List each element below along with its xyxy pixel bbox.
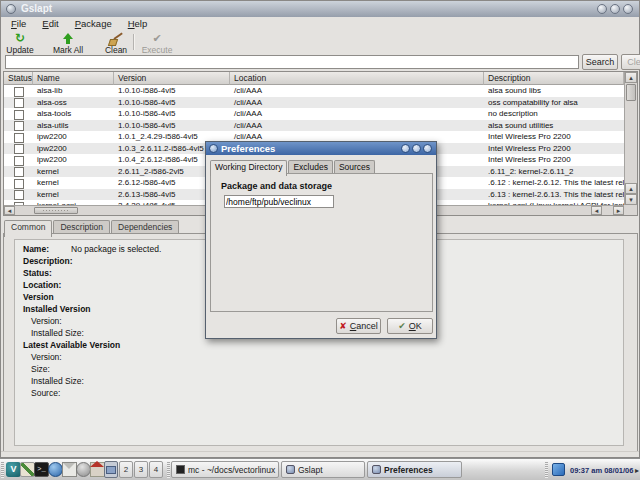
package-checkbox[interactable] (14, 98, 24, 108)
toolbar: UpdateMark All UpgradesCleanExecute (1, 31, 639, 53)
dialog-maximize-button[interactable] (412, 144, 421, 153)
pager-desktop-4[interactable]: 4 (149, 461, 163, 478)
cell-description: alsa sound utilities (484, 120, 624, 132)
table-row[interactable]: alsa-tools1.0.10-i586-4vl5/cli/AAAno des… (4, 108, 624, 120)
cell-name: alsa-lib (33, 85, 114, 97)
dialog-tab-sources[interactable]: Sources (334, 160, 375, 174)
column-header-description[interactable]: Description (484, 72, 624, 85)
dialog-tab-excludes[interactable]: Excludes (288, 160, 333, 174)
vertical-scrollbar-thumb[interactable] (626, 84, 636, 101)
menu-help[interactable]: Help (120, 17, 156, 29)
pager-desktop-2[interactable]: 2 (119, 461, 133, 478)
panel-expand-arrow-icon[interactable] (635, 466, 639, 475)
ok-button[interactable]: OK (387, 318, 433, 334)
package-checkbox[interactable] (14, 87, 24, 97)
home-icon[interactable] (90, 462, 105, 477)
table-row[interactable]: alsa-utils1.0.10-i586-4vl5/cli/AAAalsa s… (4, 120, 624, 132)
minimize-button[interactable] (597, 4, 607, 14)
table-row[interactable]: alsa-lib1.0.10-i586-4vl5/cli/AAAalsa sou… (4, 85, 624, 97)
panel-handle[interactable] (1, 462, 4, 478)
detail-value: No package is selected. (71, 244, 161, 254)
task-label: mc - ~/docs/vectorlinux (188, 465, 275, 475)
up-icon (60, 32, 76, 45)
package-checkbox[interactable] (14, 167, 24, 177)
taskbar-task-preferences[interactable]: Preferences (367, 461, 462, 478)
menu-edit[interactable]: Edit (34, 17, 66, 29)
panel-handle[interactable] (167, 462, 170, 478)
menu-file[interactable]: File (3, 17, 34, 29)
detail-label: Name: (23, 243, 71, 255)
taskbar: V 234 mc - ~/docs/vectorlinuxGslaptPrefe… (0, 458, 640, 480)
scroll-left-icon[interactable] (591, 206, 602, 215)
pager-desktop-3[interactable]: 3 (134, 461, 148, 478)
scroll-left-icon[interactable] (4, 206, 15, 215)
package-checkbox[interactable] (14, 133, 24, 143)
dialog-titlebar[interactable]: Preferences (206, 142, 436, 155)
vertical-scrollbar[interactable] (624, 72, 637, 205)
pager-desktop-1[interactable] (104, 461, 118, 478)
detail-label: Version: (31, 315, 62, 327)
dialog-icon (209, 144, 218, 153)
table-row[interactable]: alsa-oss1.0.10-i586-4vl5/cli/AAAoss comp… (4, 97, 624, 109)
window-titlebar[interactable]: Gslapt (1, 1, 639, 18)
package-checkbox[interactable] (14, 179, 24, 189)
vectorlinux-menu-icon[interactable]: V (6, 462, 21, 477)
dialog-minimize-button[interactable] (401, 144, 410, 153)
panel-handle[interactable] (545, 462, 548, 478)
menu-package[interactable]: Package (67, 17, 120, 29)
package-checkbox[interactable] (14, 156, 24, 166)
mouse-icon[interactable] (76, 462, 91, 477)
cell-description: Intel Wireless Pro 2200 (484, 131, 624, 143)
gslapt-icon (372, 465, 381, 474)
package-checkbox[interactable] (14, 121, 24, 131)
cell-name: ipw2200 (33, 131, 114, 143)
taskbar-clock[interactable]: 09:37 am 08/01/06 (570, 466, 633, 475)
maximize-button[interactable] (610, 4, 620, 14)
toolbar-label: Execute (139, 45, 175, 55)
column-header-name[interactable]: Name (33, 72, 114, 85)
horizontal-scrollbar-thumb[interactable] (34, 207, 78, 214)
storage-label: Package and data storage (221, 181, 332, 191)
detail-field: Latest Available Version (23, 339, 623, 351)
detail-label: Location: (23, 279, 71, 291)
tab-common[interactable]: Common (4, 220, 52, 237)
cell-description: no description (484, 108, 624, 120)
clear-button[interactable]: Clear (621, 54, 640, 70)
search-input[interactable] (5, 55, 579, 69)
cell-description: Intel Wireless Pro 2200 (484, 154, 624, 166)
dialog-titlebar-buttons (399, 144, 432, 155)
scroll-right-icon[interactable] (613, 206, 624, 215)
cancel-button[interactable]: Cancel (336, 318, 381, 334)
dialog-close-button[interactable] (423, 144, 432, 153)
toolbar-update-button[interactable]: Update (3, 32, 37, 55)
cell-name: ipw2200 (33, 143, 114, 155)
detail-field: Installed Size: (23, 375, 623, 387)
preferences-dialog: Preferences Working DirectoryExcludesSou… (205, 141, 437, 339)
dialog-tab-working-directory[interactable]: Working Directory (210, 160, 287, 176)
scroll-up-icon[interactable] (625, 183, 637, 194)
working-directory-input[interactable] (224, 195, 334, 208)
cell-location: /cli/AAA (230, 108, 484, 120)
mail-icon[interactable] (62, 462, 77, 477)
search-button[interactable]: Search (582, 54, 618, 70)
toolbar-clean-button[interactable]: Clean (101, 32, 131, 55)
scroll-down-icon[interactable] (625, 194, 637, 205)
column-header-location[interactable]: Location (230, 72, 484, 85)
scroll-up-icon[interactable] (625, 72, 637, 83)
system-tray-icon[interactable] (552, 463, 565, 476)
close-button[interactable] (623, 4, 633, 14)
terminal-icon[interactable] (34, 462, 49, 477)
column-header-version[interactable]: Version (114, 72, 230, 85)
taskbar-task-mc-docs-vectorlinux[interactable]: mc - ~/docs/vectorlinux (171, 461, 279, 478)
package-checkbox[interactable] (14, 190, 24, 200)
detail-label: Installed Version (23, 303, 91, 315)
dialog-title: Preferences (221, 143, 275, 154)
column-header-status[interactable]: Status (4, 72, 33, 85)
globe-browser-icon[interactable] (48, 462, 63, 477)
pencil-icon[interactable] (20, 462, 35, 477)
taskbar-task-gslapt[interactable]: Gslapt (281, 461, 365, 478)
package-checkbox[interactable] (14, 144, 24, 154)
cell-description: .6.13 : kernel-2.6.13. This the latest r… (484, 189, 624, 201)
detail-field: Version: (23, 351, 623, 363)
package-checkbox[interactable] (14, 110, 24, 120)
